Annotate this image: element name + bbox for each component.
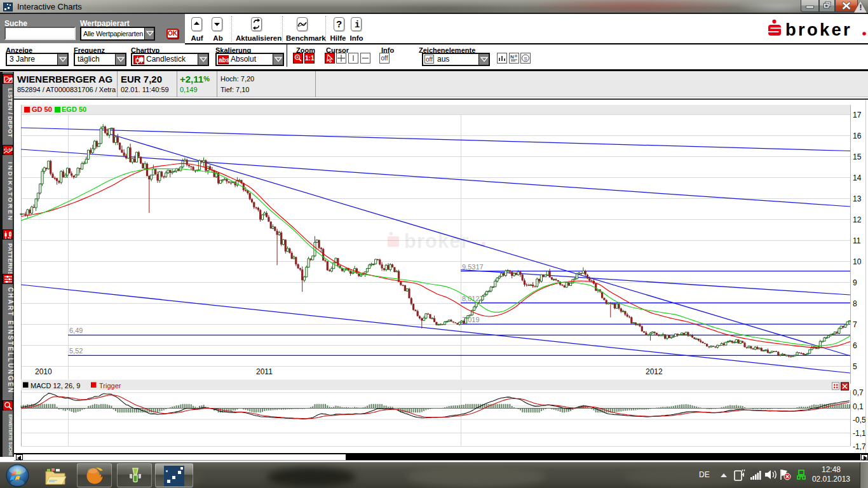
svg-text:16: 16 bbox=[853, 132, 862, 140]
svg-text:11: 11 bbox=[853, 236, 861, 245]
svg-text:?: ? bbox=[336, 18, 342, 29]
svg-text:6: 6 bbox=[853, 341, 857, 350]
svg-text:8: 8 bbox=[853, 299, 857, 308]
svg-text:broker: broker bbox=[785, 20, 852, 39]
svg-text:6,49: 6,49 bbox=[69, 327, 83, 334]
svg-text:7: 7 bbox=[853, 320, 857, 329]
svg-text:2011: 2011 bbox=[256, 367, 273, 376]
svg-text:N: N bbox=[510, 54, 514, 60]
svg-text:MACD 12, 26, 9: MACD 12, 26, 9 bbox=[31, 382, 80, 390]
svg-text:0,1: 0,1 bbox=[853, 402, 864, 411]
svg-text:-1,1: -1,1 bbox=[853, 429, 866, 438]
svg-text:broker: broker bbox=[404, 230, 469, 252]
svg-text:0,7: 0,7 bbox=[853, 388, 864, 397]
svg-text:2012: 2012 bbox=[646, 367, 663, 376]
svg-text:15: 15 bbox=[853, 152, 862, 161]
svg-text:10: 10 bbox=[853, 257, 862, 266]
svg-text:13: 13 bbox=[853, 194, 862, 203]
svg-text:-0,5: -0,5 bbox=[853, 416, 866, 424]
svg-text:2010: 2010 bbox=[35, 367, 52, 376]
svg-text:5,52: 5,52 bbox=[69, 347, 83, 355]
svg-text:9,5317: 9,5317 bbox=[462, 263, 484, 271]
svg-text:-1,7: -1,7 bbox=[853, 442, 866, 451]
svg-text:9: 9 bbox=[853, 278, 857, 287]
svg-text:14: 14 bbox=[853, 173, 862, 182]
svg-text:5: 5 bbox=[853, 362, 857, 371]
svg-text:i: i bbox=[355, 20, 360, 30]
svg-text:12: 12 bbox=[853, 215, 862, 224]
svg-text:Trigger: Trigger bbox=[99, 382, 121, 390]
svg-text:S: S bbox=[524, 56, 527, 62]
svg-text:17: 17 bbox=[853, 111, 862, 119]
